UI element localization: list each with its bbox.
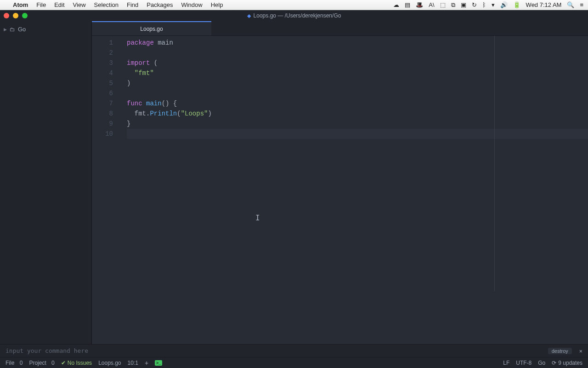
status-line-ending[interactable]: LF — [503, 360, 509, 366]
menu-selection[interactable]: Selection — [94, 1, 119, 8]
dropbox-icon[interactable]: ⧉ — [451, 1, 455, 9]
camera-icon[interactable]: ⬚ — [440, 1, 446, 8]
terminal-icon[interactable]: >_ — [155, 360, 162, 366]
box-icon[interactable]: ▣ — [461, 1, 466, 8]
destroy-button[interactable]: destroy — [548, 348, 572, 354]
status-file-diagnostics[interactable]: File 0 — [6, 360, 23, 366]
tab-loops-go[interactable]: Loops.go — [92, 21, 211, 35]
menu-find[interactable]: Find — [127, 1, 138, 8]
macos-menubar: Atom File Edit View Selection Find Packa… — [0, 0, 588, 10]
status-encoding[interactable]: UTF-8 — [516, 360, 531, 366]
menu-help[interactable]: Help — [211, 1, 223, 8]
menu-edit[interactable]: Edit — [54, 1, 64, 8]
line-number-gutter: 1 2 3 4 5 6 7 8 9 10 — [92, 36, 127, 344]
status-no-issues[interactable]: ✔ No Issues — [61, 360, 92, 366]
folder-label: Go — [18, 26, 26, 33]
add-button[interactable]: + — [145, 359, 148, 367]
editor-pane: Loops.go 1 2 3 4 5 6 7 8 9 10 package ma… — [92, 21, 588, 344]
battery-icon[interactable]: 🔋 — [513, 1, 520, 8]
clock[interactable]: Wed 7:12 AM — [526, 1, 562, 8]
wifi-icon[interactable]: ▾ — [492, 1, 495, 8]
folder-icon: 🗀 — [10, 26, 15, 33]
text-editor[interactable]: 1 2 3 4 5 6 7 8 9 10 package main import… — [92, 36, 588, 344]
menubar-right: ☁ ▤ 🎩 A\ ⬚ ⧉ ▣ ↻ ᛒ ▾ 🔊 🔋 Wed 7:12 AM 🔍 ≡ — [393, 1, 583, 9]
app-menu[interactable]: Atom — [13, 1, 28, 8]
window-titlebar: ◆ Loops.go — /Users/derekjensen/Go — [0, 10, 588, 21]
hat-icon[interactable]: 🎩 — [416, 1, 423, 8]
menubar-left: Atom File Edit View Selection Find Packa… — [5, 1, 223, 8]
wrap-guide — [494, 36, 495, 291]
status-bar: File 0 Project 0 ✔ No Issues Loops.go 10… — [0, 357, 588, 368]
file-type-icon: ◆ — [247, 13, 251, 19]
status-cursor-position[interactable]: 10:1 — [128, 360, 138, 366]
spotlight-icon[interactable]: 🔍 — [567, 1, 574, 8]
menu-icon[interactable]: ≡ — [580, 1, 583, 8]
close-window-button[interactable] — [4, 13, 9, 18]
tab-bar: Loops.go — [92, 21, 588, 36]
cloud-icon[interactable]: ☁ — [393, 1, 399, 8]
traffic-lights — [4, 13, 28, 18]
status-grammar[interactable]: Go — [538, 360, 545, 366]
check-icon: ✔ — [61, 360, 66, 366]
chevron-right-icon: ▶ — [4, 27, 7, 32]
window-title: ◆ Loops.go — /Users/derekjensen/Go — [247, 12, 341, 19]
status-updates[interactable]: ⟳ 9 updates — [552, 360, 582, 366]
command-input[interactable]: input your command here — [6, 347, 88, 354]
close-icon[interactable]: ✕ — [579, 348, 582, 354]
menu-view[interactable]: View — [73, 1, 86, 8]
status-filename[interactable]: Loops.go — [98, 360, 121, 366]
workspace: ▶ 🗀 Go Loops.go 1 2 3 4 5 6 7 8 9 10 — [0, 21, 588, 344]
minimize-window-button[interactable] — [13, 13, 18, 18]
bluetooth-icon[interactable]: ᛒ — [482, 1, 486, 8]
tab-label: Loops.go — [140, 26, 163, 32]
adobe-icon[interactable]: A\ — [429, 1, 434, 8]
zoom-window-button[interactable] — [22, 13, 28, 18]
timemachine-icon[interactable]: ↻ — [472, 1, 477, 8]
tree-view-sidebar[interactable]: ▶ 🗀 Go — [0, 21, 92, 344]
command-input-panel: input your command here destroy ✕ — [0, 344, 588, 357]
menu-file[interactable]: File — [36, 1, 46, 8]
code-content[interactable]: package main import ( "fmt" ) func main(… — [127, 36, 588, 344]
display-icon[interactable]: ▤ — [405, 1, 410, 8]
menu-packages[interactable]: Packages — [147, 1, 173, 8]
text-cursor-icon: I — [255, 213, 260, 223]
menu-window[interactable]: Window — [181, 1, 202, 8]
status-project-diagnostics[interactable]: Project 0 — [29, 360, 54, 366]
volume-icon[interactable]: 🔊 — [500, 1, 508, 8]
squirrel-icon: ⟳ — [552, 360, 556, 366]
project-root-folder[interactable]: ▶ 🗀 Go — [0, 24, 91, 34]
